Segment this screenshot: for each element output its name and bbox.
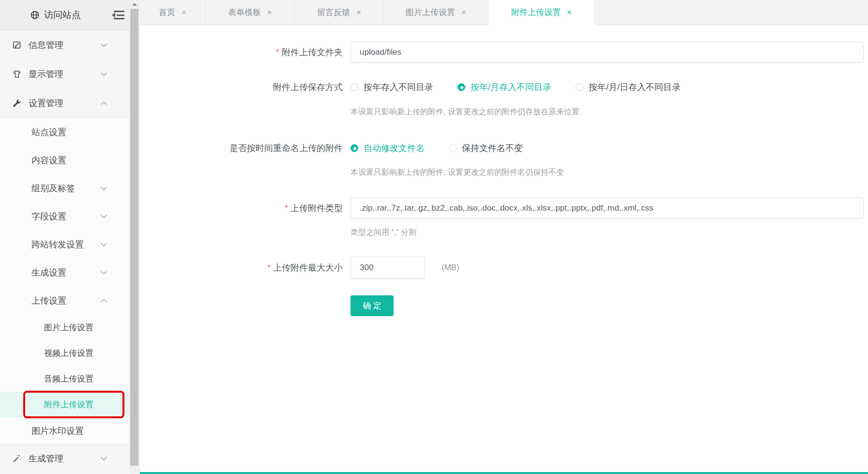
- sidebar-item-label: 视频上传设置: [44, 348, 93, 359]
- sidebar-item-label: 字段设置: [31, 211, 66, 222]
- required-asterisk: *: [285, 203, 288, 213]
- rename-radio-group: 自动修改文件名 保持文件名不变: [350, 142, 547, 154]
- confirm-button[interactable]: 确 定: [350, 295, 394, 316]
- sidebar-item-label: 附件上传设置: [44, 399, 93, 410]
- sidebar-item-content-settings[interactable]: 内容设置: [0, 146, 129, 174]
- types-help-text: 类型之间用 “,” 分割: [350, 228, 416, 238]
- shirt-icon: [12, 69, 22, 79]
- scrollbar-thumb[interactable]: [130, 9, 138, 466]
- chevron-down-icon: [100, 457, 107, 461]
- radio-keep-filename[interactable]: 保持文件名不变: [449, 142, 523, 154]
- sidebar-item-settings-manage[interactable]: 设置管理: [0, 89, 129, 118]
- sidebar-item-generate-manage[interactable]: 生成管理: [0, 444, 129, 473]
- site-link-label: 访问站点: [44, 9, 81, 21]
- rename-help-text: 本设置只影响新上传的附件, 设置更改之前的附件名仍保持不变: [350, 168, 564, 178]
- chevron-up-icon: [100, 101, 107, 106]
- radio-selected-icon[interactable]: [350, 144, 358, 152]
- sidebar-item-label: 上传设置: [31, 295, 66, 306]
- sidebar-item-label: 音频上传设置: [44, 373, 93, 384]
- save-mode-label: 附件上传保存方式: [140, 81, 343, 93]
- sidebar-item-image-upload-settings[interactable]: 图片上传设置: [0, 315, 129, 340]
- sidebar-item-attachment-upload-settings[interactable]: 附件上传设置: [0, 392, 129, 417]
- settings-submenu: 站点设置 内容设置 组别及标签 字段设置 跨站转发设置 生成设置: [0, 118, 129, 444]
- radio-auto-rename[interactable]: 自动修改文件名: [350, 142, 425, 154]
- save-mode-radio-group: 按年存入不同目录 按年/月存入不同目录 按年/月/日存入不同目录: [350, 81, 705, 93]
- sidebar-item-label: 组别及标签: [31, 183, 75, 194]
- sidebar-item-label: 跨站转发设置: [31, 239, 84, 250]
- sidebar-item-site-settings[interactable]: 站点设置: [0, 118, 129, 146]
- sidebar-item-field-settings[interactable]: 字段设置: [0, 202, 129, 230]
- required-asterisk: *: [267, 263, 271, 273]
- sidebar-item-info-manage[interactable]: 信息管理: [0, 31, 129, 60]
- sidebar-item-label: 站点设置: [31, 126, 66, 138]
- sidebar-item-audio-upload-settings[interactable]: 音频上传设置: [0, 366, 129, 392]
- visit-site-link[interactable]: 访问站点: [30, 9, 81, 21]
- radio-icon[interactable]: [576, 83, 583, 91]
- scrollbar-up-arrow-icon[interactable]: [129, 0, 139, 8]
- chevron-down-icon: [100, 271, 107, 275]
- save-mode-help-text: 本设置只影响新上传的附件, 设置更改之前的附件仍存放在原来位置: [350, 107, 579, 117]
- sidebar-item-group-tags[interactable]: 组别及标签: [0, 174, 129, 202]
- sidebar-item-watermark-settings[interactable]: 图片水印设置: [0, 417, 129, 444]
- sidebar-item-display-manage[interactable]: 显示管理: [0, 60, 129, 89]
- chevron-down-icon: [100, 243, 107, 247]
- sidebar-item-label: 图片上传设置: [44, 322, 93, 333]
- radio-save-by-year-month[interactable]: 按年/月存入不同目录: [457, 81, 551, 93]
- folder-field-label: *附件上传文件夹: [140, 42, 343, 63]
- sidebar-item-label: 信息管理: [29, 39, 63, 51]
- radio-selected-icon[interactable]: [457, 83, 465, 91]
- wrench-icon: [12, 98, 22, 108]
- sidebar-item-label: 生成管理: [29, 453, 63, 464]
- sidebar-item-upload-settings[interactable]: 上传设置: [0, 287, 129, 315]
- bottom-accent-strip: [140, 472, 868, 474]
- sidebar-scrollbar[interactable]: [129, 0, 139, 474]
- types-field-label: *上传附件类型: [140, 198, 343, 219]
- sidebar-item-generate-settings[interactable]: 生成设置: [0, 259, 129, 287]
- radio-icon[interactable]: [350, 83, 358, 91]
- attachment-upload-form: *附件上传文件夹 附件上传保存方式 按年存入不同目录 按年/月存入不同目录 按年…: [140, 0, 868, 474]
- sidebar-item-label: 生成设置: [31, 267, 66, 278]
- max-size-input[interactable]: [350, 257, 425, 279]
- types-input[interactable]: [350, 198, 864, 219]
- main-content: 首页 × 表单模板 × 留言反馈 × 图片上传设置 × 附件上传设置 × *附件…: [139, 0, 868, 474]
- radio-icon[interactable]: [449, 144, 457, 152]
- sidebar: 访问站点 信息管理 显示管理: [0, 0, 129, 474]
- globe-icon: [30, 10, 40, 20]
- folder-input[interactable]: [350, 42, 864, 63]
- rename-label: 是否按时间重命名上传的附件: [140, 142, 343, 154]
- sidebar-item-label: 内容设置: [31, 154, 66, 166]
- chevron-down-icon: [100, 72, 107, 76]
- radio-save-by-year-month-day[interactable]: 按年/月/日存入不同目录: [576, 81, 681, 93]
- edit-icon: [12, 40, 22, 50]
- sidebar-item-crosssite-forward[interactable]: 跨站转发设置: [0, 230, 129, 259]
- sidebar-header: 访问站点: [0, 0, 129, 31]
- chevron-down-icon: [100, 43, 107, 47]
- sidebar-item-label: 设置管理: [29, 97, 63, 109]
- magic-wand-icon: [12, 453, 22, 464]
- required-asterisk: *: [276, 47, 279, 57]
- sidebar-item-label: 图片水印设置: [31, 425, 84, 437]
- chevron-down-icon: [100, 186, 107, 191]
- sidebar-item-label: 显示管理: [29, 68, 63, 80]
- radio-save-by-year[interactable]: 按年存入不同目录: [350, 81, 433, 93]
- collapse-sidebar-icon[interactable]: [112, 10, 124, 20]
- chevron-down-icon: [100, 214, 107, 219]
- chevron-up-icon: [100, 299, 107, 303]
- sidebar-item-video-upload-settings[interactable]: 视频上传设置: [0, 340, 129, 366]
- max-size-field-label: *上传附件最大大小: [140, 257, 343, 279]
- max-size-unit: (MB): [442, 257, 459, 279]
